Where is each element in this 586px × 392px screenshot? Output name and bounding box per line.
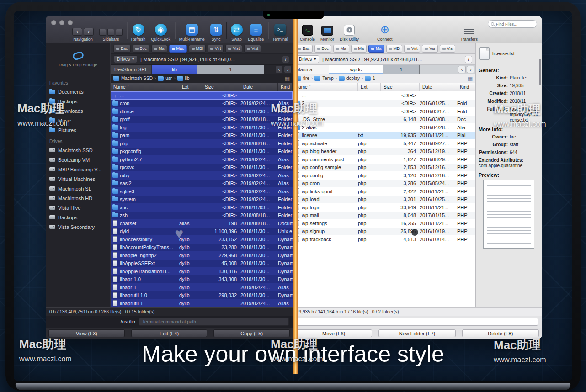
file-row-groff[interactable]: groff<DIR>2018/08/18...Folder (111, 116, 293, 124)
sidebar-drive-virtual-machines[interactable]: Virtual Machines (46, 174, 110, 184)
right-crumb-temp[interactable]: Temp (314, 76, 333, 81)
file-row-libapr-1[interactable]: libapr-1dylib2019/02/24...Alias (111, 283, 293, 291)
history-back-icon[interactable]: ‹ (458, 66, 466, 73)
right-button-delete-f8[interactable]: Delete (F8) (462, 329, 539, 337)
column-header-size[interactable]: Size (381, 83, 420, 91)
file-row-license[interactable]: licensetxt19,9352018/11/21...Plai (293, 132, 475, 140)
file-row-pam[interactable]: pam<DIR>2018/11/30...Folder (111, 132, 293, 140)
toolbar-monitor[interactable]: Monitor (318, 20, 337, 42)
toolbar-refresh[interactable]: ↻ Refresh (128, 20, 149, 42)
left-drive-button-vist[interactable]: Vist (244, 45, 261, 53)
drag-drop-storage[interactable]: Drag & Drop Storage (46, 43, 110, 76)
view-grid-icon[interactable]: ▦ (285, 75, 290, 82)
file-row-wp-blog-header[interactable]: wp-blog-headerphp3642015/12/19...PHP (293, 148, 475, 156)
left-crumb-lib[interactable]: lib (177, 76, 190, 81)
toolbar-multi-rename[interactable]: ▤ Multi-Rename (176, 20, 208, 42)
right-drive-button-ma[interactable]: Ma (368, 45, 384, 53)
sidebar-drive-bootcamp-vm[interactable]: Bootcamp VM (46, 155, 110, 164)
history-forward-icon[interactable]: › (467, 66, 474, 73)
file-row-wp-cron[interactable]: wp-cronphp3,2862015/05/24...PHP (293, 180, 475, 188)
left-drive-button-mac[interactable]: Mac (169, 45, 187, 53)
toolbar-console[interactable]: ›_ Console (297, 20, 318, 42)
right-crumb-dcplay[interactable]: dcplay (339, 76, 360, 81)
file-row-libaccessibility[interactable]: libAccessibilitydylib233,1522018/11/30..… (111, 235, 293, 244)
root-button[interactable]: / (282, 56, 289, 63)
file-row-wp-settings[interactable]: wp-settingsphp16,2552018/11/21...PHP (293, 219, 475, 228)
sidebar-layout-icon[interactable] (107, 29, 114, 36)
file-row-wp-signup[interactable]: wp-signupphp25,8962016/10/19...PHP (293, 228, 475, 236)
sidebar-drive-machintosh-hd[interactable]: Machintosh HD (46, 193, 110, 203)
right-tab-wpdc[interactable]: wpdc (329, 65, 383, 74)
drives-dropdown[interactable]: Drives ▾ (114, 55, 137, 63)
file-row-php[interactable]: php<DIR>2018/08/16...Folder (111, 139, 293, 148)
toolbar-quicklook[interactable]: ◉ QuickLook (148, 20, 173, 42)
column-header-date[interactable]: Date (240, 83, 278, 91)
file-row-rpcsvc[interactable]: rpcsvc<DIR>2018/11/30...Folder (111, 164, 293, 172)
close-window-button[interactable] (51, 20, 56, 25)
left-tab-lib[interactable]: lib (152, 65, 197, 74)
left-drive-button-vist[interactable]: Vist (225, 45, 242, 53)
sidebar-drive-vista-secondary[interactable]: Vista Secondary (46, 222, 110, 232)
column-header-size[interactable]: Size (202, 83, 240, 91)
toolbar-transfers[interactable]: Transfers (458, 20, 480, 42)
file-row-cron[interactable]: cron<DIR>2019/02/24...Alias (111, 100, 293, 108)
file-row-ruby[interactable]: ruby<DIR>2019/02/24...Alias (111, 171, 293, 180)
terminal-command-input[interactable] (139, 318, 289, 326)
back-icon[interactable]: ‹ (72, 28, 82, 36)
file-row-wp-login[interactable]: wp-loginphp33,9492018/11/21...PHP (293, 203, 475, 212)
column-header-kind[interactable]: Kind (278, 83, 293, 91)
right-tab-1[interactable]: 1 (383, 65, 420, 74)
column-header-date[interactable]: Date (420, 83, 457, 91)
right-button-new-folder-f7[interactable]: New Folder (F7) (378, 329, 455, 337)
left-tab-devstorm-srl[interactable]: DevStorm SRL (111, 65, 152, 74)
sidebar-drive-machintosh-sl[interactable]: Machintosh SL (46, 184, 110, 193)
file-row-libaccountpolicytrans[interactable]: libAccountPolicyTrans...dylib23,2802018/… (111, 244, 293, 252)
sidebar-drive-macintosh-ssd[interactable]: Macintosh SSD (46, 145, 110, 155)
file-row-libapplesseext[interactable]: libAppleSSEExtdylib45,0082018/11/30...Dy… (111, 260, 293, 268)
right-crumb-1[interactable]: 1 (365, 76, 375, 81)
root-button[interactable]: / (465, 56, 472, 63)
toolbar-navigation[interactable]: ‹ › Navigation (69, 20, 96, 42)
column-header-ext[interactable]: Ext (358, 83, 381, 91)
right-drive-button-vis[interactable]: Vis (422, 45, 437, 53)
file-row-libaprutil-1[interactable]: libaprutil-1dylib2019/02/24...Alias (111, 299, 293, 307)
view-grid-icon[interactable]: ▦ (468, 75, 473, 82)
inspector-scrollbar[interactable] (539, 59, 541, 85)
toolbar-sync[interactable]: ⇅ Sync (208, 20, 225, 42)
file-row-zsh[interactable]: zsh<DIR>2018/08/18...Folder (111, 212, 293, 220)
left-drive-button-virt[interactable]: Virt (208, 45, 224, 53)
file-row-xpc[interactable]: xpc<DIR>2018/11/03...Folder (111, 203, 293, 212)
left-crumb-macintosh-ssd[interactable]: Macintosh SSD (113, 76, 153, 81)
sidebar-favorite-documents[interactable]: Documents (46, 87, 110, 96)
file-row-charset[interactable]: charsetalias1982018/08/18...Docum (111, 219, 293, 228)
left-drive-button-mbl[interactable]: MBl (189, 45, 206, 53)
file-row-python2-7[interactable]: python2.7<DIR>2019/02/24...Alias (111, 155, 293, 164)
column-header-ext[interactable]: Ext (179, 83, 202, 91)
path-command-input[interactable] (296, 318, 538, 326)
sidebar-drive-vista-hive[interactable]: Vista Hive (46, 203, 110, 212)
toolbar-connect[interactable]: ⊕ Connect (374, 20, 395, 42)
file-row-dyld[interactable]: dyld1,100,8962018/11/30...Unix e (111, 228, 293, 236)
file-row-wp-config[interactable]: wp-configphp3,1202016/12/16...PHP (293, 171, 475, 180)
toolbar-disk-utility[interactable]: Disk Utility (337, 20, 362, 42)
sidebar-drive-mbp-bootcamp-v[interactable]: MBP Bootcamp V... (46, 164, 110, 174)
history-back-icon[interactable]: ‹ (275, 66, 283, 73)
file-row-libapple-nghttp2[interactable]: libapple_nghttp2dylib279,9682018/11/30..… (111, 251, 293, 260)
file-row-system[interactable]: system<DIR>2019/02/24...Folder (111, 196, 293, 204)
file-row-wp-trackback[interactable]: wp-trackbackphp4,5132016/10/14...PHP (293, 235, 475, 244)
preview-thumbnail[interactable] (483, 180, 534, 249)
file-row-wp-mail[interactable]: wp-mailphp8,0482017/01/15...PHP (293, 212, 475, 220)
forward-icon[interactable]: › (84, 28, 94, 36)
file-row-sqlite3[interactable]: sqlite3<DIR>2019/02/24...Alias (111, 187, 293, 196)
file-row-sasl2[interactable]: sasl2<DIR>2019/02/24...Alias (111, 180, 293, 188)
file-row-libaprutil-1-0[interactable]: libaprutil-1.0dylib298,0322018/11/30...D… (111, 291, 293, 300)
drives-dropdown[interactable]: Drives ▾ (296, 55, 319, 63)
toolbar-swap[interactable]: ⇄ Swap (228, 20, 245, 42)
right-drive-button-ma[interactable]: Ma (351, 45, 367, 53)
file-row-log[interactable]: log<DIR>2018/11/30...Folder (111, 123, 293, 132)
left-drive-button-bac[interactable]: Bac (113, 45, 131, 53)
toolbar-sidebars[interactable]: Sidebars (96, 20, 125, 42)
find-files-search[interactable] (488, 20, 537, 28)
left-drive-button-ma[interactable]: Ma (151, 45, 167, 53)
sidebar-layout-icon[interactable] (99, 29, 106, 36)
